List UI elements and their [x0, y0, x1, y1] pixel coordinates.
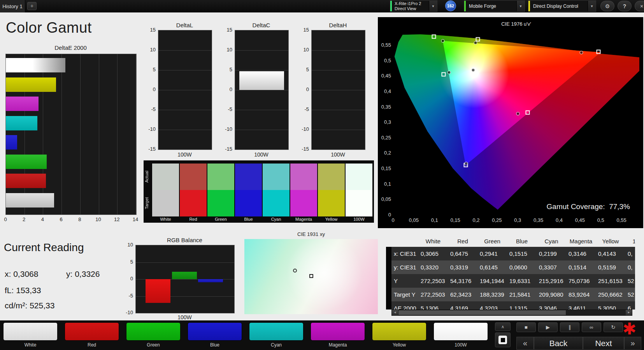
workflow-selector[interactable]: Direct Display Control ▾ [528, 0, 596, 12]
axis-tick: 0,15 [449, 217, 461, 223]
deltae-bar-white [6, 193, 54, 208]
cie1976-panel: CIE 1976 u'v' Gamut Coverage: 77,3% 0,55… [378, 17, 643, 228]
measured-marker [293, 269, 297, 273]
pattern-window-icon [498, 336, 507, 344]
table-cell: 0,1514 [566, 260, 596, 274]
gear-icon[interactable]: ⚙ [600, 1, 614, 11]
pattern-up-button[interactable]: ∧ [495, 322, 511, 331]
table-header-cell: White [418, 236, 448, 247]
table-cell: 6 [625, 301, 635, 310]
patch-100w[interactable] [433, 322, 488, 341]
source-selector[interactable]: Mobile Forge ▾ [464, 0, 525, 12]
tab-history-1[interactable]: History 1 [0, 0, 25, 12]
target-marker [309, 274, 313, 278]
swatch-label: 100W [346, 217, 372, 222]
patch-label: 100W [433, 342, 488, 348]
pattern-window-button[interactable] [495, 332, 511, 347]
swatch-target-white [152, 190, 179, 216]
deltae-x-axis: 02468101214 [5, 216, 136, 223]
patch-label: Yellow [372, 342, 426, 348]
axis-tick: 0 [221, 86, 232, 92]
back-button[interactable]: Back [534, 337, 583, 350]
axis-tick: -10 [221, 126, 232, 132]
table-cell: 0,3320 [418, 260, 448, 274]
scrollbar-thumb[interactable] [398, 310, 566, 315]
scroll-right-icon[interactable]: ► [626, 310, 632, 315]
axis-tick: 4 [39, 216, 46, 222]
axis-tick: 0,1 [379, 181, 391, 187]
swatch-actual-magenta [290, 164, 317, 190]
axis-tick: 0,45 [379, 73, 391, 79]
add-tab-button[interactable]: + [27, 2, 37, 10]
measured-marker [441, 39, 445, 42]
table-scrollbar[interactable]: ◄ ► [391, 310, 632, 316]
chevron-down-icon[interactable]: ▾ [588, 1, 596, 11]
measured-marker [474, 41, 477, 45]
patch-cyan[interactable] [249, 322, 304, 341]
axis-tick: 10 [221, 47, 232, 53]
transport-controls: ■▶∥∞↻ [516, 322, 633, 332]
close-icon[interactable]: × [635, 1, 644, 11]
axis-tick: 14 [132, 216, 139, 222]
axis-tick: 0,4 [553, 217, 565, 223]
swatch-target-red [180, 190, 207, 216]
axis-tick: 0,05 [379, 196, 391, 202]
rgb-bar-green [172, 272, 197, 279]
axis-tick: 0,55 [616, 217, 627, 223]
prev-page-button[interactable]: « [516, 337, 534, 350]
axis-tick: 0,05 [408, 217, 419, 223]
table-cell: 0,3319 [448, 260, 477, 274]
deltae-bar-100w [6, 58, 65, 72]
axis-tick: -5 [298, 106, 309, 112]
meter-selector[interactable]: X-Rite i1Pro 2 Direct View ▾ [390, 0, 437, 12]
stop-icon: ■ [525, 324, 528, 330]
swatch-target-cyan [263, 190, 290, 216]
source-accent-strip [464, 1, 466, 11]
reading-x: x: 0,3068 [5, 269, 38, 279]
reading-count-badge[interactable]: 162 [445, 0, 456, 11]
axis-tick: 0,45 [574, 217, 586, 223]
patch-white[interactable] [3, 322, 58, 341]
meter-accent-strip [390, 1, 392, 11]
patch-label: Green [126, 342, 181, 348]
page-title: Color Gamut [6, 19, 92, 36]
measured-marker [472, 69, 475, 72]
table-cell: 0,2941 [477, 247, 507, 260]
axis-tick: 0,2 [379, 150, 391, 156]
table-row-label: Y [391, 274, 418, 288]
chart-title: DeltaL [158, 22, 211, 28]
patch-green[interactable] [126, 322, 181, 341]
patch-blue[interactable] [188, 322, 242, 341]
continuous-button[interactable]: ∞ [582, 322, 601, 332]
meter-mode: Direct View [395, 6, 421, 11]
axis-tick: 10 [298, 47, 309, 53]
patch-label: Blue [188, 342, 242, 348]
help-icon[interactable]: ? [618, 1, 632, 11]
patch-magenta[interactable] [311, 322, 365, 341]
play-button[interactable]: ▶ [538, 322, 558, 332]
chart-title: DeltaH [311, 22, 365, 28]
measured-marker [516, 112, 520, 115]
axis-tick: 0,1 [429, 217, 440, 223]
deltal-plot [158, 30, 212, 150]
chart-title: DeltaC [235, 22, 288, 28]
axis-tick: 10 [145, 47, 156, 53]
forward-page-button[interactable]: » [624, 337, 641, 350]
loop-button[interactable]: ↻ [604, 322, 623, 332]
deltah-plot [311, 30, 365, 150]
table-cell: 75,0736 [566, 274, 596, 288]
table-cell: 0,6145 [477, 260, 507, 274]
patch-yellow[interactable] [372, 322, 426, 341]
scroll-left-icon[interactable]: ◄ [392, 310, 398, 315]
axis-tick: 0,2 [470, 217, 482, 223]
chevron-down-icon[interactable]: ▾ [516, 1, 525, 11]
current-reading-title: Current Reading [4, 241, 84, 254]
chevron-down-icon[interactable]: ▾ [429, 1, 437, 11]
stop-button[interactable]: ■ [516, 322, 536, 332]
table-row: x: CIE310,30650,64750,29410,15150,21990,… [386, 247, 635, 260]
pause-button[interactable]: ∥ [560, 322, 579, 332]
table-cell: 5,1306 [418, 301, 448, 310]
patch-red[interactable] [65, 322, 119, 341]
next-button[interactable]: Next [583, 337, 624, 350]
axis-tick: 0,5 [379, 58, 391, 63]
